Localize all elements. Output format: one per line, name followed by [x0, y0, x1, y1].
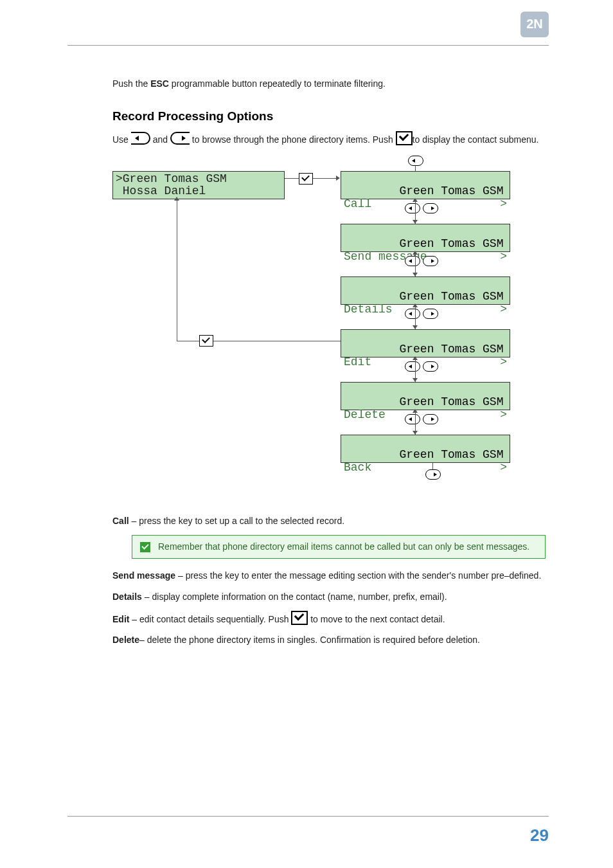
arrowhead-icon	[413, 409, 418, 413]
lcd-left-l1: >Green Tomas GSM	[116, 172, 227, 185]
check-key-icon	[396, 131, 413, 145]
t: – edit contact details sequentially. Pus…	[129, 614, 291, 624]
menu-flow-diagram: >Green Tomas GSM Hossa Daniel Green Toma…	[112, 154, 543, 495]
lcd-details[interactable]: Green Tomas GSM Details>	[341, 276, 510, 305]
svg-text:2N: 2N	[526, 17, 543, 31]
left-key-icon	[405, 203, 420, 213]
t: – press the key to set up a call to the …	[129, 516, 344, 526]
t: programmable button repeatedly to termin…	[169, 78, 386, 89]
t: Send message	[112, 570, 175, 581]
edit-definition: Edit – edit contact details sequentially…	[112, 611, 546, 626]
lcd-delete[interactable]: Green Tomas GSM Delete>	[341, 382, 510, 410]
checkmark-icon	[140, 542, 150, 552]
right-key-icon	[423, 256, 438, 266]
esc-label: ESC	[150, 78, 169, 89]
t: to browse through the phone directory it…	[190, 134, 396, 145]
lcd-call[interactable]: Green Tomas GSM Call>	[341, 171, 510, 199]
t: Use	[112, 134, 131, 145]
send-definition: Send message – press the key to enter th…	[112, 569, 546, 582]
t: to move to the next contact detail.	[308, 614, 445, 624]
details-definition: Details – display complete information o…	[112, 590, 546, 603]
note-text: Remember that phone directory email item…	[158, 541, 529, 552]
lcd-action: Back	[344, 462, 492, 475]
left-key-icon	[405, 309, 420, 319]
flow-line	[177, 199, 177, 341]
lcd-title: Green Tomas GSM	[399, 290, 503, 303]
note-box: Remember that phone directory email item…	[132, 535, 546, 559]
right-key-icon	[423, 203, 438, 213]
lcd-title: Green Tomas GSM	[399, 185, 503, 197]
check-key-icon	[291, 611, 308, 625]
page-number: 29	[530, 826, 549, 845]
right-key-icon	[423, 309, 438, 319]
chevron-right-icon: >	[500, 303, 507, 316]
header-rule	[67, 45, 549, 46]
footer-rule	[67, 816, 549, 817]
lcd-left: >Green Tomas GSM Hossa Daniel	[112, 171, 285, 199]
right-key-icon	[423, 414, 438, 424]
lcd-title: Green Tomas GSM	[399, 395, 503, 408]
right-key-icon	[423, 361, 438, 372]
lcd-send[interactable]: Green Tomas GSM Send message>	[341, 224, 510, 252]
arrowhead-icon	[413, 198, 418, 202]
lcd-title: Green Tomas GSM	[399, 448, 503, 461]
chevron-right-icon: >	[500, 462, 507, 475]
t: to display the contact submenu.	[413, 134, 539, 145]
left-key-icon	[405, 414, 420, 424]
chevron-right-icon: >	[500, 409, 507, 422]
section-heading: Record Processing Options	[112, 109, 546, 123]
left-key-icon	[405, 361, 420, 372]
lcd-title: Green Tomas GSM	[399, 237, 503, 250]
left-key-icon	[408, 156, 423, 166]
t: Details	[112, 592, 142, 602]
left-key-icon	[131, 132, 150, 145]
lcd-back[interactable]: Green Tomas GSM Back>	[341, 435, 510, 463]
chevron-right-icon: >	[500, 356, 507, 369]
t: – press the key to enter the message edi…	[175, 570, 541, 581]
chevron-right-icon: >	[500, 251, 507, 264]
t: – delete the phone directory items in si…	[139, 635, 480, 645]
t: Delete	[112, 635, 139, 645]
chevron-right-icon: >	[500, 198, 507, 211]
left-key-icon	[405, 256, 420, 266]
t: – display complete information on the co…	[142, 592, 447, 602]
t: Edit	[112, 614, 129, 624]
right-key-icon	[425, 469, 441, 480]
intro-text: Push the ESC programmable button repeate…	[112, 77, 546, 90]
t: Push the	[112, 78, 150, 89]
arrowhead-icon	[413, 303, 418, 307]
call-definition: Call – press the key to set up a call to…	[112, 514, 546, 527]
delete-definition: Delete– delete the phone directory items…	[112, 633, 546, 646]
check-key-icon	[199, 335, 213, 347]
arrowhead-icon	[174, 197, 179, 201]
arrowhead-icon	[336, 176, 340, 181]
lcd-title: Green Tomas GSM	[399, 343, 503, 356]
arrowhead-icon	[413, 251, 418, 255]
lcd-edit[interactable]: Green Tomas GSM Edit>	[341, 329, 510, 357]
use-text: Use and to browse through the phone dire…	[112, 131, 546, 146]
t: and	[150, 134, 170, 145]
lcd-left-l2: Hossa Daniel	[116, 185, 206, 197]
right-key-icon	[170, 132, 190, 145]
check-key-icon	[299, 173, 313, 185]
arrowhead-icon	[413, 356, 418, 360]
brand-logo: 2N	[520, 12, 549, 40]
t: Call	[112, 516, 129, 526]
flow-line	[415, 166, 416, 171]
